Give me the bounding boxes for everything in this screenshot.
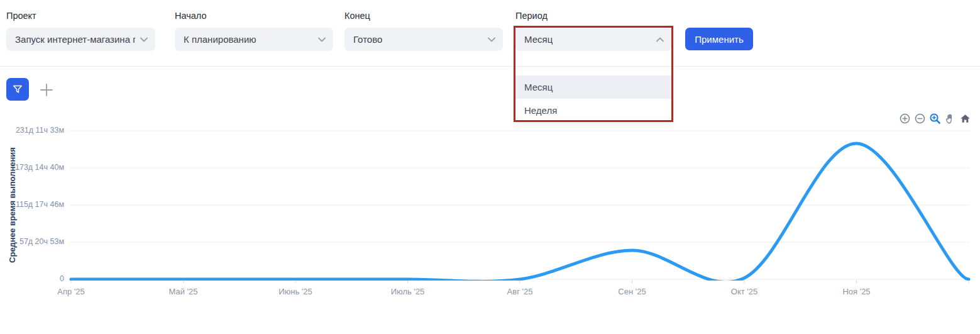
period-label: Период	[515, 11, 548, 21]
x-tick-label: Ноя '25	[822, 287, 891, 296]
x-tick-label: Авг '25	[485, 287, 554, 296]
period-select-value: Месяц	[524, 34, 553, 45]
chart-modebar	[899, 113, 971, 125]
y-axis-title: Среднее время выполнения	[8, 136, 18, 274]
period-option[interactable]: Неделя	[515, 99, 671, 122]
x-tick-label: Июль '25	[373, 287, 443, 296]
zoom-in-icon[interactable]	[899, 113, 911, 125]
filter-button[interactable]	[6, 78, 29, 101]
x-tick-label: Май '25	[149, 287, 218, 296]
add-filter-button[interactable]	[38, 81, 55, 98]
end-select[interactable]: Готово	[344, 28, 503, 51]
plus-icon	[39, 82, 54, 97]
period-select[interactable]: Месяц	[515, 28, 671, 51]
home-icon[interactable]	[959, 113, 971, 125]
apply-button[interactable]: Применить	[685, 28, 753, 50]
box-zoom-icon[interactable]	[929, 113, 941, 125]
x-tick-label: Июнь '25	[261, 287, 330, 296]
y-tick-label: 0	[0, 274, 64, 283]
funnel-icon	[12, 84, 23, 95]
x-tick-label: Сен '25	[598, 287, 667, 296]
chevron-down-icon	[140, 37, 148, 42]
analytics-page: 057д 20ч 53м115д 17ч 46м173д 14ч 40м231д…	[0, 0, 980, 334]
chevron-down-icon	[488, 37, 495, 42]
zoom-out-icon[interactable]	[914, 113, 926, 125]
project-select[interactable]: Запуск интернет-магазина по ...	[6, 28, 155, 51]
start-label: Начало	[175, 11, 207, 21]
end-label: Конец	[344, 11, 370, 21]
period-dropdown-menu: МесяцНеделя	[515, 68, 671, 122]
line-series	[71, 143, 969, 282]
project-select-value: Запуск интернет-магазина по ...	[15, 34, 135, 45]
start-select[interactable]: К планированию	[175, 28, 333, 51]
end-select-value: Готово	[353, 34, 382, 45]
pan-hand-icon[interactable]	[944, 113, 956, 125]
start-select-value: К планированию	[184, 34, 256, 45]
chevron-up-icon	[656, 37, 664, 42]
y-tick-label: 231д 11ч 33м	[0, 126, 64, 135]
chevron-down-icon	[318, 37, 326, 42]
section-divider	[0, 66, 980, 67]
x-tick-label: Апр '25	[36, 287, 106, 296]
project-label: Проект	[6, 11, 36, 21]
x-tick-label: Окт '25	[710, 287, 779, 296]
period-option[interactable]: Месяц	[515, 75, 671, 99]
